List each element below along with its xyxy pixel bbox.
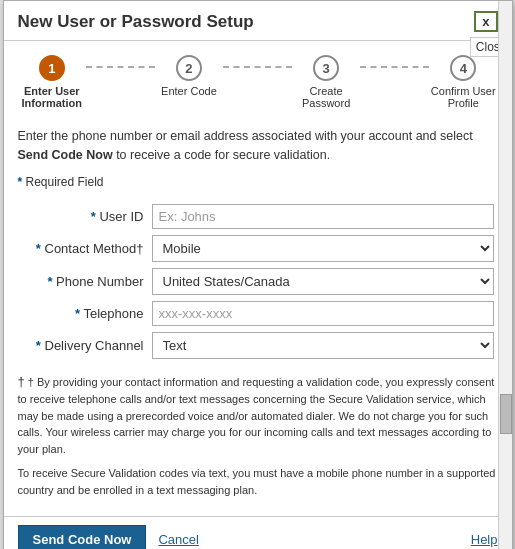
step-2-circle: 2 (176, 55, 202, 81)
delivery-channel-cell: Text Voice (148, 329, 498, 362)
step-line-2 (223, 66, 292, 68)
telephone-cell (148, 298, 498, 329)
telephone-label: * Telephone (18, 298, 148, 329)
footer-left: Send Code Now Cancel (18, 525, 199, 549)
scrollbar-thumb[interactable] (500, 394, 512, 434)
step-2-number: 2 (185, 61, 192, 76)
steps-bar: 1 Enter UserInformation 2 Enter Code 3 C… (4, 41, 512, 117)
dialog-container: New User or Password Setup x Close 1 Ent… (3, 0, 513, 549)
intro-bold: Send Code Now (18, 148, 113, 162)
cancel-button[interactable]: Cancel (158, 532, 198, 547)
step-line-3 (360, 66, 429, 68)
intro-text: Enter the phone number or email address … (18, 127, 498, 165)
step-4-circle: 4 (450, 55, 476, 81)
step-4: 4 Confirm User Profile (429, 55, 498, 109)
user-id-cell (148, 201, 498, 232)
dialog-header: New User or Password Setup x (4, 1, 512, 41)
step-2-label: Enter Code (161, 85, 217, 97)
form-table: * User ID * Contact Method† Mobile Email (18, 201, 498, 362)
step-connector-3 (360, 55, 429, 68)
delivery-channel-label: * Delivery Channel (18, 329, 148, 362)
dagger-symbol: † (18, 374, 25, 389)
step-4-number: 4 (460, 61, 467, 76)
step-1-label: Enter UserInformation (22, 85, 83, 109)
phone-number-cell: United States/Canada (148, 265, 498, 298)
required-asterisk: * (18, 175, 23, 189)
step-connector-2 (223, 55, 292, 68)
telephone-row: * Telephone (18, 298, 498, 329)
step-3: 3 Create Password (292, 55, 361, 109)
step-1-number: 1 (48, 61, 55, 76)
delivery-channel-select[interactable]: Text Voice (152, 332, 494, 359)
contact-method-label: * Contact Method† (18, 232, 148, 265)
dialog-title: New User or Password Setup (18, 12, 254, 32)
step-connector-1 (86, 55, 155, 68)
delivery-channel-row: * Delivery Channel Text Voice (18, 329, 498, 362)
step-3-number: 3 (322, 61, 329, 76)
step-2: 2 Enter Code (155, 55, 224, 97)
step-line-1 (86, 66, 155, 68)
scrollbar-track[interactable] (498, 1, 512, 549)
phone-number-row: * Phone Number United States/Canada (18, 265, 498, 298)
disclaimer-text: † † By providing your contact informatio… (18, 372, 498, 458)
step-3-circle: 3 (313, 55, 339, 81)
close-button[interactable]: x (474, 11, 497, 32)
required-note: * Required Field (18, 175, 498, 189)
telephone-input[interactable] (152, 301, 494, 326)
contact-method-cell: Mobile Email (148, 232, 498, 265)
dialog-footer: Send Code Now Cancel Help (4, 516, 512, 549)
help-button[interactable]: Help (471, 532, 498, 547)
validation-note: To receive Secure Validation codes via t… (18, 465, 498, 498)
phone-number-select[interactable]: United States/Canada (152, 268, 494, 295)
step-1-circle: 1 (39, 55, 65, 81)
step-1: 1 Enter UserInformation (18, 55, 87, 109)
send-code-button[interactable]: Send Code Now (18, 525, 147, 549)
user-id-label: * User ID (18, 201, 148, 232)
user-id-input[interactable] (152, 204, 494, 229)
phone-number-label: * Phone Number (18, 265, 148, 298)
step-4-label: Confirm User Profile (429, 85, 498, 109)
disclaimer-body: † By providing your contact information … (18, 376, 495, 455)
contact-method-select[interactable]: Mobile Email (152, 235, 494, 262)
step-3-label: Create Password (292, 85, 361, 109)
user-id-row: * User ID (18, 201, 498, 232)
dialog-body: Enter the phone number or email address … (4, 117, 512, 516)
contact-method-row: * Contact Method† Mobile Email (18, 232, 498, 265)
